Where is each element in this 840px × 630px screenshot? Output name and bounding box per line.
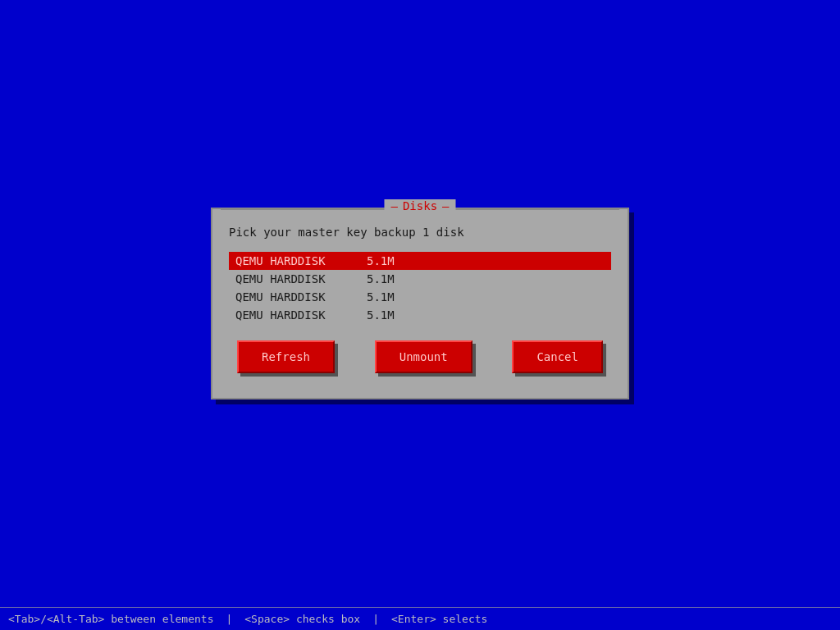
title-dash-right: —	[442, 199, 449, 212]
status-bar: <Tab>/<Alt-Tab> between elements | <Spac…	[0, 607, 840, 630]
disk-size: 5.1M	[367, 272, 395, 285]
unmount-button[interactable]: Unmount	[375, 340, 472, 373]
dialog-prompt: Pick your master key backup 1 disk	[229, 226, 611, 239]
disk-list-item[interactable]: QEMU HARDDISK5.1M	[229, 306, 611, 324]
cancel-button[interactable]: Cancel	[512, 340, 603, 373]
disk-size: 5.1M	[367, 290, 395, 304]
dialog-title-bar: — Disks —	[384, 199, 455, 212]
disk-list-item[interactable]: QEMU HARDDISK5.1M	[229, 252, 611, 270]
disk-size: 5.1M	[367, 254, 395, 267]
disk-list-item[interactable]: QEMU HARDDISK5.1M	[229, 270, 611, 288]
separator-2: |	[372, 613, 379, 625]
dialog-buttons: Refresh Unmount Cancel	[229, 340, 611, 373]
disk-list-item[interactable]: QEMU HARDDISK5.1M	[229, 288, 611, 306]
dialog-title: Disks	[403, 199, 437, 212]
title-dash-left: —	[390, 199, 397, 212]
refresh-button[interactable]: Refresh	[237, 340, 335, 373]
enter-hint: <Enter> selects	[391, 613, 487, 625]
disk-name: QEMU HARDDISK	[235, 272, 367, 285]
disk-size: 5.1M	[367, 308, 395, 322]
disk-dialog: — Disks — Pick your master key backup 1 …	[211, 208, 629, 399]
disk-name: QEMU HARDDISK	[235, 254, 367, 267]
dialog-overlay: — Disks — Pick your master key backup 1 …	[0, 0, 840, 607]
separator-1: |	[226, 613, 232, 625]
tab-hint: <Tab>/<Alt-Tab> between elements	[8, 613, 213, 625]
disk-name: QEMU HARDDISK	[235, 290, 367, 304]
disk-name: QEMU HARDDISK	[235, 308, 367, 322]
disk-list: QEMU HARDDISK5.1MQEMU HARDDISK5.1MQEMU H…	[229, 252, 611, 324]
space-hint: <Space> checks box	[244, 613, 360, 625]
